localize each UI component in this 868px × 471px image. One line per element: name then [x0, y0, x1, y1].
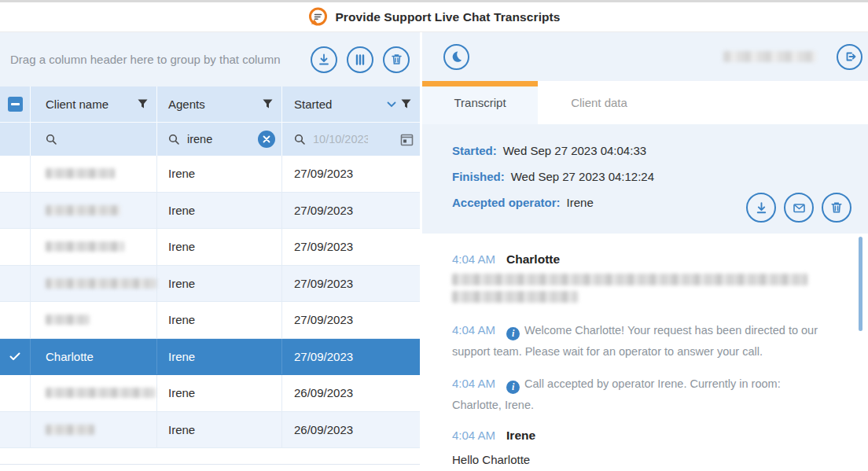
delete-selected-button[interactable] [383, 46, 410, 73]
email-transcript-button[interactable] [784, 193, 814, 223]
download-icon [317, 53, 331, 67]
table-row[interactable]: Irene 27/09/2023 [0, 302, 420, 339]
table-row[interactable]: Irene 26/09/2023 [0, 375, 420, 412]
tab-client-data[interactable]: Client data [538, 81, 660, 124]
started-cell: 27/09/2023 [281, 156, 420, 192]
started-cell: 27/09/2023 [281, 339, 420, 375]
dark-mode-toggle[interactable] [443, 44, 469, 70]
grid-footer: Total: 5421 [0, 464, 420, 471]
grid-filter-row [0, 122, 420, 156]
logout-icon [843, 50, 857, 64]
row-checkbox[interactable] [0, 266, 30, 302]
table-row[interactable]: Irene 27/09/2023 [0, 193, 420, 230]
checkbox-indeterminate-icon [8, 97, 23, 112]
delete-transcript-button[interactable] [822, 193, 851, 223]
message-body: Hello Charlotte [452, 450, 821, 470]
redacted-client-name [46, 278, 156, 289]
started-cell: 27/09/2023 [281, 266, 420, 302]
table-row[interactable]: Irene 27/09/2023 [0, 229, 420, 266]
row-checkbox[interactable] [0, 156, 30, 192]
sort-descending-icon[interactable] [387, 101, 396, 108]
select-all-checkbox[interactable] [0, 86, 30, 122]
vertical-scrollbar[interactable] [859, 237, 862, 331]
agents-filter-input[interactable] [187, 133, 242, 145]
column-chooser-button[interactable] [347, 46, 373, 73]
check-icon [9, 352, 20, 361]
client-name-cell [30, 412, 156, 448]
table-row-selected[interactable]: Charlotte Irene 27/09/2023 [0, 339, 420, 376]
trash-icon [390, 53, 403, 66]
row-checkbox[interactable] [0, 193, 30, 229]
mail-icon [792, 201, 807, 215]
client-name-cell [30, 302, 156, 338]
client-name-filter-input[interactable] [64, 133, 120, 145]
client-name-cell [30, 266, 156, 302]
calendar-icon[interactable] [400, 133, 414, 146]
meta-started: Started:Wed Sep 27 2023 04:04:33 [452, 144, 868, 157]
app-header: Provide Support Live Chat Transcripts [0, 0, 868, 32]
message-time: 4:04 AM [452, 429, 495, 442]
redacted-client-name [46, 205, 120, 215]
redacted-client-name [46, 388, 156, 398]
table-row[interactable]: Irene 27/09/2023 [0, 156, 420, 193]
row-checkbox[interactable] [0, 302, 30, 338]
message-time: 4:04 AM [452, 377, 495, 390]
client-name-cell [30, 156, 156, 192]
clear-filter-button[interactable] [258, 131, 275, 148]
column-header-client-name[interactable]: Client name [30, 86, 156, 122]
grid-toolbar: Drag a column header here to group by th… [0, 32, 420, 86]
download-icon [754, 201, 769, 215]
logout-button[interactable] [837, 44, 862, 70]
redacted-client-name [46, 315, 90, 325]
client-name-cell [30, 375, 156, 411]
agent-cell: Irene [156, 339, 281, 375]
filter-funnel-icon[interactable] [263, 99, 273, 109]
redacted-client-name [46, 425, 94, 435]
started-filter [281, 123, 420, 156]
filter-funnel-icon[interactable] [138, 99, 148, 109]
chat-transcript[interactable]: 4:04 AM Charlotte 4:04 AM iWelcome Charl… [422, 234, 868, 471]
started-cell: 27/09/2023 [281, 302, 420, 338]
table-row[interactable]: Irene 27/09/2023 [0, 266, 420, 303]
filter-funnel-icon[interactable] [401, 99, 411, 109]
provide-support-logo-icon [307, 7, 328, 28]
active-tab-indicator [422, 81, 538, 86]
download-transcript-button[interactable] [746, 193, 776, 223]
started-filter-input[interactable] [313, 133, 368, 145]
message-time: 4:04 AM [452, 323, 495, 337]
search-icon [294, 134, 306, 145]
app-window: Provide Support Live Chat Transcripts Dr… [0, 0, 868, 471]
client-name-cell: Charlotte [30, 339, 156, 375]
started-cell: 27/09/2023 [281, 229, 420, 265]
panel-tabs: Transcript Client data [422, 81, 868, 124]
agent-cell: Irene [156, 266, 281, 302]
system-message: 4:04 AM iCall accepted by operator Irene… [452, 373, 821, 416]
meta-finished: Finished:Wed Sep 27 2023 04:12:24 [452, 170, 868, 183]
agent-cell: Irene [156, 412, 281, 448]
close-icon [263, 135, 270, 143]
columns-icon [354, 53, 366, 66]
message-author: Charlotte [506, 252, 560, 267]
export-download-button[interactable] [311, 46, 337, 73]
row-checkbox[interactable] [0, 375, 30, 411]
message-time: 4:04 AM [452, 252, 495, 266]
started-cell: 27/09/2023 [281, 193, 420, 229]
panel-top-bar [422, 32, 868, 81]
message-author: Irene [506, 429, 535, 443]
page-title: Provide Support Live Chat Transcripts [335, 10, 560, 24]
row-checkbox[interactable] [0, 229, 30, 265]
transcript-panel: Transcript Client data Started:Wed Sep 2… [422, 32, 868, 471]
client-name-cell [30, 229, 156, 265]
tab-transcript[interactable]: Transcript [422, 81, 538, 124]
column-header-started[interactable]: Started [281, 86, 420, 122]
table-row[interactable]: Irene 26/09/2023 [0, 412, 420, 449]
row-checkbox-checked[interactable] [0, 339, 30, 375]
info-icon: i [506, 327, 520, 340]
client-name-filter [30, 123, 156, 156]
system-message: 4:04 AM iWelcome Charlotte! Your request… [452, 319, 821, 362]
column-header-agents[interactable]: Agents [156, 86, 281, 122]
chat-message: 4:04 AM Charlotte [452, 252, 821, 303]
redacted-client-name [46, 168, 115, 178]
row-checkbox[interactable] [0, 412, 30, 448]
search-icon [168, 134, 180, 145]
